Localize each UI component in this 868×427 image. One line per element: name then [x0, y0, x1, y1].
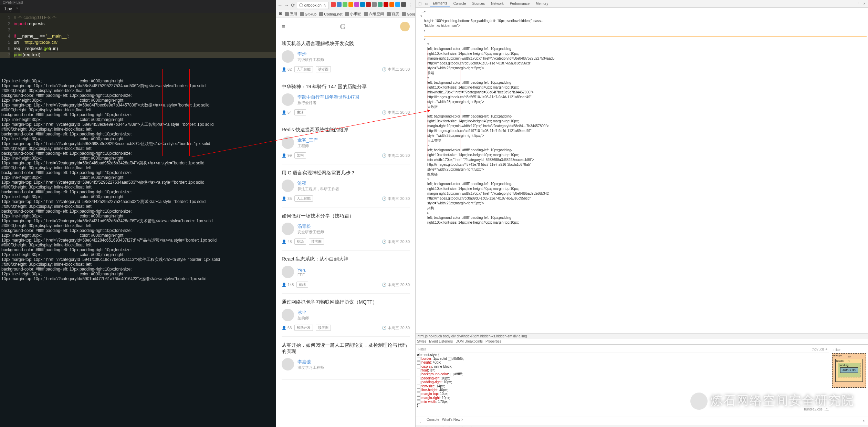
ext-icon[interactable]: [395, 2, 400, 7]
dom-node-line[interactable]: margin-right:10px;min-width:170px;" href…: [417, 124, 867, 129]
dom-node-line[interactable]: right:10px;font-size: 14px;line-height:4…: [417, 119, 867, 124]
box-model[interactable]: Filter margin 10 border 1 padding auto ×…: [830, 345, 868, 417]
author-avatar[interactable]: [282, 50, 294, 63]
dom-node-line[interactable]: margin-right:10px;min-width:170px;" href…: [417, 56, 867, 61]
category-tag[interactable]: 人工智能: [294, 66, 313, 72]
gitbook-page[interactable]: ≡ G 聊天机器人语言理解模块开发实践李烨高级软件工程师👤 62人工智能读者圈🕐…: [276, 18, 415, 427]
dom-node-line[interactable]: style="width:25px;margin-right:5px;">: [417, 167, 867, 172]
dom-node-line[interactable]: 前端: [417, 71, 867, 75]
dom-breadcrumb[interactable]: html.js.no-touch body div div#indexRight…: [416, 333, 868, 339]
tab-memory[interactable]: Memory: [533, 0, 551, 7]
dom-node-line[interactable]: http://images.gitbook.cn/cc0a09d0-1c05-1…: [417, 196, 867, 201]
css-rule[interactable]: margin-right: 10px;: [417, 396, 829, 400]
author-avatar[interactable]: [282, 358, 294, 370]
tab-console[interactable]: Console: [451, 0, 469, 7]
menu-icon[interactable]: ⋮: [407, 2, 413, 8]
author-name[interactable]: 李烨: [297, 51, 324, 57]
event-listeners-tab[interactable]: Event Listeners: [429, 339, 453, 343]
author-avatar[interactable]: [282, 266, 294, 278]
css-rule[interactable]: font-size: 14px;: [417, 384, 829, 388]
properties-tab[interactable]: Properties: [485, 339, 501, 343]
dom-node-line[interactable]: right:10px;font-size: 14px;line-height:4…: [417, 51, 867, 56]
dom-node-line[interactable]: margin-right:10px;min-width:170px;" href…: [417, 191, 867, 196]
ext-icon[interactable]: [384, 2, 388, 7]
output-console[interactable]: 12px;line-height:30px; color: #000;margi…: [0, 58, 276, 427]
drawer-menu-icon[interactable]: ⋮: [418, 418, 424, 424]
dom-node-line[interactable]: right:10px;font-size: 14px;line-height:4…: [417, 153, 867, 157]
dom-node-line[interactable]: ▸: [417, 211, 867, 215]
dom-node-line[interactable]: style="width:25px;margin-right:5px;">: [417, 66, 867, 71]
css-rule[interactable]: padding-left: 10px;: [417, 376, 829, 380]
dom-node-line[interactable]: style="width:25px;margin-right:5px;">: [417, 201, 867, 206]
css-rule[interactable]: background-color: #ffffff;: [417, 372, 829, 376]
ext-icon[interactable]: [331, 2, 336, 7]
article-card[interactable]: 如何做好一场技术分享（技巧篇）汤青松安全研发工程师👤 48职场读者圈🕐 本周三 …: [282, 207, 410, 251]
tab-performance[interactable]: Performance: [507, 0, 532, 7]
filter-actions[interactable]: :hov .cls +: [812, 347, 827, 351]
ext-icon[interactable]: [366, 2, 371, 7]
ext-icon[interactable]: [389, 2, 394, 7]
ext-icon[interactable]: [372, 2, 377, 7]
article-card[interactable]: 聊天机器人语言理解模块开发实践李烨高级软件工程师👤 62人工智能读者圈🕐 本周二…: [282, 35, 410, 78]
article-card[interactable]: React 生态系统：从小白到大神Yeh.FEE👤 148前端🕐 本周三 20:…: [282, 251, 410, 294]
ext-icon[interactable]: [401, 2, 406, 7]
author-name[interactable]: 沧夜: [297, 180, 339, 186]
dom-node-line[interactable]: right:10px;font-size: 14px;line-height:4…: [417, 85, 867, 90]
nav-reload-icon[interactable]: ⟳: [290, 2, 295, 8]
category-tag[interactable]: 架构: [294, 152, 306, 159]
styles-rules[interactable]: Filter :hov .cls + element.style { borde…: [416, 345, 830, 417]
devtools-menu-icon[interactable]: ⋮: [855, 0, 861, 7]
ext-icon[interactable]: [343, 2, 347, 7]
article-card[interactable]: 通过网络抓包学习物联网流行协议（MQTT）冰尘架构师👤 63移动开发读者圈🕐 本…: [282, 294, 410, 337]
dom-node-line[interactable]: ▾: [417, 109, 867, 114]
author-name[interactable]: 李嘉璇: [297, 359, 324, 365]
dom-node-line[interactable]: ▾: [417, 37, 867, 42]
category-tag[interactable]: 前端: [296, 282, 308, 288]
apps-icon[interactable]: ⊞: [279, 11, 282, 17]
category-tag[interactable]: 移动开发: [294, 325, 313, 331]
tab-elements[interactable]: Elements: [430, 0, 450, 7]
css-rule[interactable]: min-width: 170px;: [417, 400, 829, 404]
category-tag[interactable]: 人工智能: [294, 195, 313, 202]
article-card[interactable]: 中华骑神：19 年骑行 147 国的历险分享李跃中自行车19年游世界147国旅行…: [282, 78, 410, 121]
dom-node-line[interactable]: style="width:25px;margin-right:5px;">: [417, 100, 867, 104]
ext-icon[interactable]: [354, 2, 359, 7]
tab-network[interactable]: Network: [488, 0, 506, 7]
dom-node-line[interactable]: right:10px;font-size: 14px;line-height:4…: [417, 186, 867, 191]
nav-forward-icon[interactable]: →: [284, 2, 289, 8]
bookmark-item[interactable]: Google: [402, 11, 415, 17]
drawer-close-icon[interactable]: ×: [861, 418, 866, 424]
ext-icon[interactable]: [360, 2, 365, 7]
tab-1py[interactable]: 1.py ×: [0, 5, 20, 13]
ext-icon[interactable]: [337, 2, 342, 7]
css-rule[interactable]: float: left;: [417, 368, 829, 372]
hamburger-icon[interactable]: ≡: [282, 23, 285, 30]
dom-node-line[interactable]: http://images.gitbook.cn/ba919710-1c05-1…: [417, 129, 867, 133]
user-avatar[interactable]: [400, 22, 410, 31]
ext-icon[interactable]: [348, 2, 353, 7]
css-rule[interactable]: margin-top: 10px;: [417, 392, 829, 396]
code-area[interactable]: 1 2 3 4 5 6 7 # -*- coding:UTF-8 -*- imp…: [0, 13, 276, 58]
bookmark-item[interactable]: 应用: [285, 11, 297, 17]
dom-node-line[interactable]: left; background-color: #ffffff;padding-…: [417, 47, 867, 51]
css-rule[interactable]: height: 40px;: [417, 360, 829, 364]
whatsnew-tab[interactable]: What's New ×: [442, 418, 463, 424]
extra-tag[interactable]: 读者圈: [316, 325, 331, 331]
styles-tab[interactable]: Styles: [417, 339, 426, 343]
author-name[interactable]: 汤青松: [297, 223, 324, 230]
close-icon[interactable]: ×: [16, 7, 18, 10]
css-rule[interactable]: border: 1px solid #f5f5f5;: [417, 357, 829, 360]
tab-sources[interactable]: Sources: [469, 0, 488, 7]
bookmark-item[interactable]: GitHub: [300, 11, 316, 17]
author-avatar[interactable]: [282, 309, 294, 321]
dom-node-line[interactable]: left; background-color: #ffffff;padding-…: [417, 148, 867, 153]
dom-node-line[interactable]: 区块链: [417, 172, 867, 177]
dom-breakpoints-tab[interactable]: DOM Breakpoints: [456, 339, 483, 343]
dom-node-line[interactable]: 人工智能: [417, 138, 867, 143]
dom-node-line[interactable]: left; background-color: #ffffff;padding-…: [417, 182, 867, 186]
device-icon[interactable]: ▭: [423, 0, 429, 7]
author-name[interactable]: 冰尘: [297, 309, 309, 316]
category-tag[interactable]: 职场: [294, 238, 306, 245]
dom-node-line[interactable]: ▾: [417, 42, 867, 47]
author-avatar[interactable]: [282, 223, 294, 235]
